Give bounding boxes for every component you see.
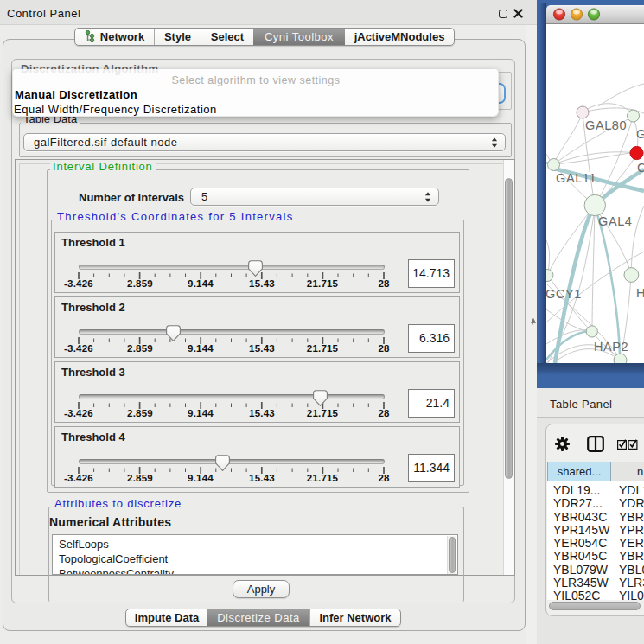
svg-text:GCY1: GCY1 — [546, 287, 582, 301]
svg-text:H: H — [636, 286, 644, 300]
svg-text:C: C — [637, 161, 644, 175]
svg-text:GAL11: GAL11 — [556, 171, 596, 185]
svg-text:GAL4: GAL4 — [598, 214, 632, 228]
svg-text:GAL80: GAL80 — [585, 118, 627, 132]
svg-text:HAP2: HAP2 — [594, 340, 628, 354]
svg-text:G: G — [636, 127, 644, 141]
